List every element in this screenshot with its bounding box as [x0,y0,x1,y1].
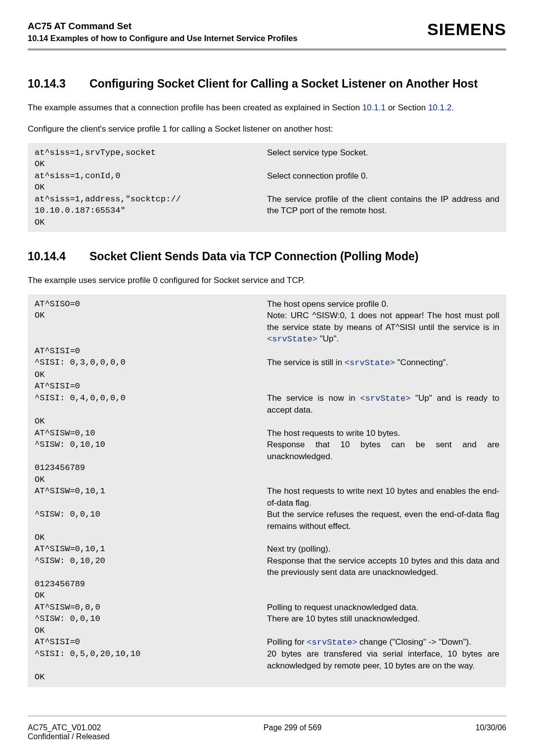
code-row: AT^SISW=0,10,1The host requests to write… [35,485,499,509]
code-left: at^siss=1,address,"socktcp:// 10.10.0.18… [35,193,267,217]
code-row: ^SISI: 0,4,0,0,0,0The service is now in … [35,392,499,416]
code-row: AT^SISO=0The host opens service profile … [35,298,499,310]
section-number: 10.14.3 [28,77,89,91]
code-left: ^SISW: 0,10,10 [35,439,267,450]
code-comment: There are 10 bytes still unacknowledged. [267,613,499,624]
code-left: ^SISW: 0,10,20 [35,555,267,567]
doc-subtitle: 10.14 Examples of how to Configure and U… [28,33,298,44]
code-block-2: AT^SISO=0The host opens service profile … [28,294,506,687]
code-comment: Select connection profile 0. [267,170,499,182]
srvstate-param[interactable]: <srvState> [360,394,410,403]
code-left: OK [35,369,267,380]
code-comment: Select service type Socket. [267,147,499,158]
code-row: 0123456789 [35,462,499,473]
srvstate-param[interactable]: <srvState> [307,638,357,647]
code-left: OK [35,474,267,485]
text: Polling for [267,637,307,647]
code-row: AT^SISI=0 [35,345,499,357]
code-left: OK [35,310,267,321]
code-row: AT^SISI=0Polling for <srvState> change (… [35,636,499,648]
code-row: ^SISW: 0,0,10There are 10 bytes still un… [35,613,499,624]
link-10-1-2[interactable]: 10.1.2 [428,103,451,112]
code-comment: Polling to request unacknowledged data. [267,602,499,613]
code-row: ^SISI: 0,3,0,0,0,0The service is still i… [35,357,499,369]
text: The example assumes that a connection pr… [28,103,362,112]
code-left: OK [35,590,267,601]
code-row: OK [35,625,499,636]
code-left: OK [35,416,267,427]
code-left: AT^SISW=0,10,1 [35,485,267,497]
text: "Connecting". [395,358,448,367]
code-left: OK [35,158,267,170]
code-comment: The host opens service profile 0. [267,298,499,310]
code-left: OK [35,671,267,683]
footer-confidential: Confidential / Released [28,732,109,741]
doc-title: AC75 AT Command Set [28,20,298,33]
code-left: ^SISW: 0,0,10 [35,509,267,520]
code-row: AT^SISW=0,10The host requests to write 1… [35,427,499,439]
text: The service is still in [267,358,345,367]
code-comment: The service profile of the client contai… [267,193,499,217]
section-number: 10.14.4 [28,250,89,263]
code-row: AT^SISI=0 [35,380,499,392]
code-block-1: at^siss=1,srvType,socket Select service … [28,143,506,232]
srvstate-param[interactable]: <srvState> [345,358,395,368]
code-row: AT^SISW=0,10,1Next try (polling). [35,543,499,555]
section2-para1: The example uses service profile 0 confi… [28,275,506,286]
section-title: Socket Client Sends Data via TCP Connect… [89,250,506,263]
code-comment: 20 bytes are transfered via serial inter… [267,648,499,671]
code-row: ^SISI: 0,5,0,20,10,1020 bytes are transf… [35,648,499,671]
code-row: at^siss=1,srvType,socket Select service … [35,147,499,158]
code-row: OK [35,671,499,683]
code-left: AT^SISI=0 [35,345,267,357]
code-left: 0123456789 [35,578,267,590]
code-row: OK [35,532,499,543]
footer-page-number: Page 299 of 569 [264,723,321,741]
code-left: OK [35,532,267,543]
code-comment: The service is now in <srvState> "Up" an… [267,392,499,416]
code-left: ^SISI: 0,5,0,20,10,10 [35,648,267,660]
code-row: 0123456789 [35,578,499,590]
link-10-1-1[interactable]: 10.1.1 [362,103,386,112]
section-title: Configuring Socket Client for Calling a … [89,77,506,91]
code-comment: The host requests to write 10 bytes. [267,427,499,439]
code-left: 0123456789 [35,462,267,473]
code-comment: The service is still in <srvState> "Conn… [267,357,499,369]
code-left: AT^SISW=0,10,1 [35,543,267,555]
footer-left-block: AC75_ATC_V01.002 Confidential / Released [28,723,109,741]
header-left: AC75 AT Command Set 10.14 Examples of ho… [28,20,298,44]
code-comment: Note: URC ^SISW:0, 1 does not appear! Th… [267,310,499,345]
code-comment: But the service refuses the request, eve… [267,509,499,532]
code-left: AT^SISW=0,0,0 [35,602,267,613]
code-row: ^SISW: 0,10,10Response that 10 bytes can… [35,439,499,462]
footer-doc-id: AC75_ATC_V01.002 [28,723,109,732]
code-row: OK [35,182,499,193]
code-comment: Response that 10 bytes can be sent and a… [267,439,499,462]
header-rule [28,48,506,50]
code-row: OKNote: URC ^SISW:0, 1 does not appear! … [35,310,499,345]
text: change ("Closing" -> "Down"). [357,637,471,647]
code-row: OK [35,590,499,601]
text: The service is now in [267,393,360,403]
code-left: ^SISW: 0,0,10 [35,613,267,624]
code-left: ^SISI: 0,4,0,0,0,0 [35,392,267,404]
footer-rule [28,715,506,716]
code-row: ^SISW: 0,0,10But the service refuses the… [35,509,499,532]
section1-para2: Configure the client's service profile 1… [28,124,506,135]
text: or Section [386,103,428,112]
brand-logo: SIEMENS [427,20,506,39]
code-left: AT^SISO=0 [35,298,267,310]
code-left: OK [35,625,267,636]
code-left: AT^SISI=0 [35,380,267,392]
footer-left: AC75_ATC_V01.002 Confidential / Released… [28,715,506,741]
section-heading-10-14-3: 10.14.3 Configuring Socket Client for Ca… [28,77,506,91]
code-row: at^siss=1,conId,0 Select connection prof… [35,170,499,182]
code-row: at^siss=1,address,"socktcp:// 10.10.0.18… [35,193,499,217]
section-heading-10-14-4: 10.14.4 Socket Client Sends Data via TCP… [28,250,506,263]
page: AC75 AT Command Set 10.14 Examples of ho… [0,0,534,756]
section1-para1: The example assumes that a connection pr… [28,102,506,114]
code-left: at^siss=1,srvType,socket [35,147,267,158]
code-left: ^SISI: 0,3,0,0,0,0 [35,357,267,368]
srvstate-param[interactable]: <srvState> [267,334,317,344]
code-comment: Response that the service accepts 10 byt… [267,555,499,578]
